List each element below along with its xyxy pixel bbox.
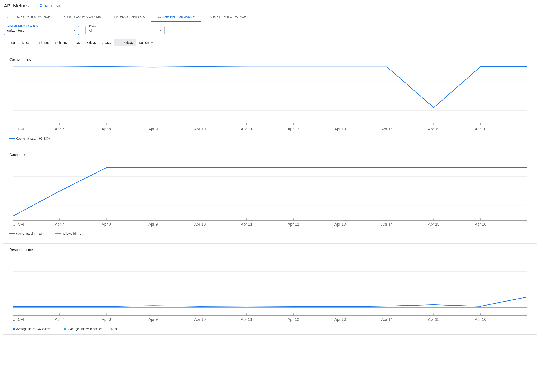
svg-text:Apr 12: Apr 12 [288,222,299,226]
time-range-12-hours[interactable]: 12 hours [52,40,70,46]
svg-text:Apr 13: Apr 13 [335,317,346,322]
legend-item[interactable]: Average time with cache: 13.76ms [61,327,117,331]
refresh-button[interactable]: REFRESH [37,2,62,10]
chart-plot-wrap: UTC-4Apr 7Apr 8Apr 9Apr 10Apr 11Apr 12Ap… [3,159,537,230]
svg-text:Apr 14: Apr 14 [381,317,393,322]
svg-text:Apr 16: Apr 16 [475,222,486,226]
charts-container: Cache hit rate UTC-4Apr 7Apr 8Apr 9Apr 1… [0,47,540,338]
svg-text:Apr 13: Apr 13 [335,127,346,131]
filter-row: Environment or Hostname default-test Pro… [0,22,540,35]
refresh-label: REFRESH [45,4,60,8]
time-range-row: 1 hour3 hours6 hours12 hours1 day3 days7… [0,35,540,47]
svg-text:Apr 8: Apr 8 [102,127,111,131]
legend-item[interactable]: Cache hit rate: 99.33% [10,137,50,140]
svg-text:UTC-4: UTC-4 [13,222,24,226]
chart-card-cache-hit-rate: Cache hit rate UTC-4Apr 7Apr 8Apr 9Apr 1… [3,53,537,144]
chart-plot-wrap: UTC-4Apr 7Apr 8Apr 9Apr 10Apr 11Apr 12Ap… [3,63,537,135]
chevron-down-icon [159,30,161,31]
svg-text:Apr 10: Apr 10 [194,127,205,131]
time-range-14-days[interactable]: 14 days [114,39,136,46]
check-icon [117,40,120,45]
svg-text:Apr 16: Apr 16 [475,127,486,131]
svg-text:Apr 14: Apr 14 [381,222,393,226]
svg-text:Apr 11: Apr 11 [241,127,252,131]
chart-legend-cache-hit-rate: Cache hit rate: 99.33% [3,135,537,144]
time-range-3-days[interactable]: 3 days [84,40,99,46]
legend-item[interactable]: cache-httpbin: 5.8k [10,232,44,235]
svg-text:Apr 7: Apr 7 [55,317,64,322]
svg-text:Apr 8: Apr 8 [102,317,111,322]
tab-target-performance[interactable]: TARGET PERFORMANCE [201,12,253,22]
refresh-icon [39,4,43,8]
svg-text:Apr 13: Apr 13 [335,222,346,226]
chart-plot-wrap: UTC-4Apr 7Apr 8Apr 9Apr 10Apr 11Apr 12Ap… [3,254,537,325]
chart-title: Cache hits [3,149,537,159]
time-range-custom[interactable]: Custom [136,40,156,46]
svg-text:Apr 14: Apr 14 [381,127,393,131]
chevron-down-icon [73,30,75,31]
environment-select-label: Environment or Hostname [6,24,40,27]
chart-plot-cache-hit-rate: UTC-4Apr 7Apr 8Apr 9Apr 10Apr 11Apr 12Ap… [10,63,530,135]
svg-text:Apr 10: Apr 10 [194,317,205,322]
legend-item[interactable]: helloworld: 0 [55,232,81,235]
svg-text:Apr 12: Apr 12 [288,317,299,322]
page-title: API Metrics [4,3,29,9]
svg-text:Apr 7: Apr 7 [55,127,64,131]
environment-select[interactable]: Environment or Hostname default-test [4,26,79,35]
chart-plot-response-time: UTC-4Apr 7Apr 8Apr 9Apr 10Apr 11Apr 12Ap… [10,254,530,325]
tab-cache-performance[interactable]: CACHE PERFORMANCE [151,12,201,22]
legend-swatch [10,233,14,234]
environment-select-value: default-test [7,29,24,32]
chart-legend-response-time: Average time: 47.83ms Average time with … [3,325,537,334]
page-header: API Metrics REFRESH [0,0,540,12]
svg-text:Apr 15: Apr 15 [428,317,440,322]
time-range-1-hour[interactable]: 1 hour [4,40,19,46]
legend-swatch [10,138,14,139]
svg-text:UTC-4: UTC-4 [13,317,24,322]
svg-text:Apr 9: Apr 9 [148,127,158,131]
proxy-select-label: Proxy [88,24,97,27]
chart-title: Response time [3,243,537,254]
svg-text:UTC-4: UTC-4 [13,127,24,131]
svg-text:Apr 15: Apr 15 [428,127,440,131]
svg-text:Apr 10: Apr 10 [194,222,205,226]
chart-card-cache-hits: Cache hits UTC-4Apr 7Apr 8Apr 9Apr 10Apr… [3,148,537,239]
chart-card-response-time: Response time UTC-4Apr 7Apr 8Apr 9Apr 10… [3,243,537,335]
svg-text:Apr 15: Apr 15 [428,222,440,226]
chevron-down-icon [151,42,153,43]
proxy-select-value: All [89,29,92,32]
legend-swatch [61,329,66,329]
legend-swatch [55,233,60,234]
chart-legend-cache-hits: cache-httpbin: 5.8k helloworld: 0 [3,230,537,238]
svg-text:Apr 9: Apr 9 [148,317,158,322]
svg-text:Apr 9: Apr 9 [148,222,158,226]
time-range-7-days[interactable]: 7 days [99,40,114,46]
svg-text:Apr 7: Apr 7 [55,222,64,226]
svg-text:Apr 11: Apr 11 [241,222,252,226]
tab-latency-analysis[interactable]: LATENCY ANALYSIS [108,12,151,22]
proxy-select[interactable]: Proxy All [85,26,165,35]
legend-item[interactable]: Average time: 47.83ms [10,327,50,331]
tabs-bar: API PROXY PERFORMANCEERROR CODE ANALYSIS… [0,12,540,22]
tab-error-code-analysis[interactable]: ERROR CODE ANALYSIS [57,12,108,22]
time-range-3-hours[interactable]: 3 hours [19,40,35,46]
legend-swatch [10,329,14,329]
time-range-1-day[interactable]: 1 day [70,40,84,46]
time-range-6-hours[interactable]: 6 hours [35,40,52,46]
svg-text:Apr 11: Apr 11 [241,317,252,322]
chart-title: Cache hit rate [3,53,537,63]
svg-text:Apr 12: Apr 12 [288,127,299,131]
svg-text:Apr 16: Apr 16 [475,317,486,322]
tab-api-proxy-performance[interactable]: API PROXY PERFORMANCE [1,12,57,22]
chart-plot-cache-hits: UTC-4Apr 7Apr 8Apr 9Apr 10Apr 11Apr 12Ap… [10,159,530,230]
svg-text:Apr 8: Apr 8 [102,222,111,226]
